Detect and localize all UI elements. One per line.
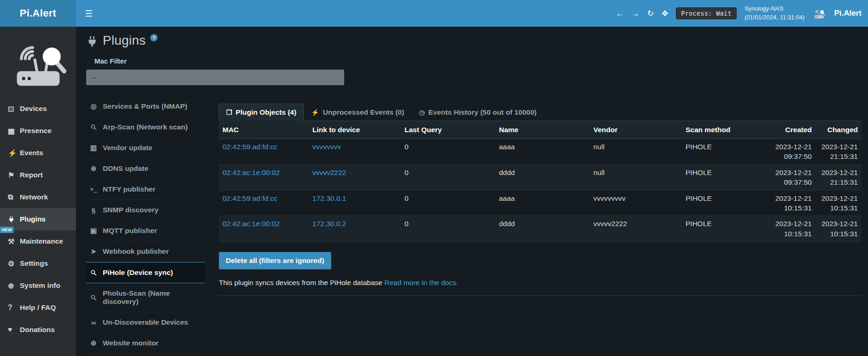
process-status-badge[interactable]: Process: Wait	[676, 7, 737, 19]
tab-plugin-objects[interactable]: ❒ Plugin Objects (4)	[219, 104, 304, 121]
column-header-last-query[interactable]: Last Query	[401, 121, 495, 139]
refresh-icon[interactable]: ↻	[647, 10, 654, 18]
bar-chart-icon: ▥	[89, 144, 98, 152]
plugin-nav-item-vendor-update[interactable]: ▥ Vendor update	[86, 138, 205, 158]
column-header-vendor[interactable]: Vendor	[590, 121, 682, 139]
sidebar-item-settings[interactable]: ⚙ Settings	[0, 252, 76, 274]
delete-all-button[interactable]: Delete all (filters are ignored)	[219, 252, 331, 269]
sidebar-item-label: Presence	[20, 127, 52, 135]
plug-icon	[8, 216, 20, 223]
back-icon[interactable]: ←	[616, 10, 624, 18]
plugin-nav-label: Webhook publisher	[103, 247, 169, 256]
sidebar-item-system-info[interactable]: ⊕ System info	[0, 274, 76, 297]
app-title: Pi.Alert	[834, 9, 862, 18]
tab-unprocessed-events[interactable]: ⚡ Unprocessed Events (0)	[304, 104, 411, 121]
last-query-cell: 0	[401, 216, 495, 242]
plugin-nav-label: NTFY publisher	[103, 185, 155, 193]
device-link[interactable]: vvvvvvvv	[312, 143, 341, 151]
tab-label: Plugin Objects (4)	[236, 108, 297, 117]
page-title: Plugins	[103, 33, 146, 48]
mac-link[interactable]: 02:42:59:ad:fd:cc	[223, 143, 277, 151]
sidebar-item-label: Report	[20, 171, 43, 179]
plugin-nav-item-undiscoverable-devices[interactable]: ∞ Un-Discoverable Devices	[86, 312, 205, 333]
heart-icon: ♥	[8, 326, 20, 334]
mac-cell: 02:42:59:ad:fd:cc	[219, 190, 309, 216]
mac-filter-label: Mac Filter	[94, 57, 862, 65]
sitemap-icon: ⧉	[8, 193, 20, 201]
column-header-created[interactable]: Created	[772, 121, 815, 139]
laptop-icon: ⊡	[8, 105, 20, 113]
forward-icon[interactable]: →	[632, 10, 639, 18]
bolt-icon: ⚡	[8, 149, 20, 158]
pialert-logo-icon	[812, 7, 826, 19]
column-header-mac[interactable]: MAC	[219, 121, 309, 139]
vendor-cell: null	[590, 139, 682, 165]
plugin-nav-label: Vendor update	[103, 144, 152, 152]
sidebar-item-report[interactable]: ⚑ Report	[0, 164, 76, 186]
column-header-link[interactable]: Link to device	[309, 121, 401, 139]
mac-filter-input[interactable]	[86, 70, 344, 85]
plugin-nav-item-snmp-discovery[interactable]: § SNMP discovery	[86, 200, 205, 221]
name-cell: dddd	[495, 164, 590, 190]
terminal-icon: >_	[89, 186, 98, 193]
plugin-nav-label: Pholus-Scan (Name discovery)	[103, 289, 202, 306]
plugin-nav-label: Un-Discoverable Devices	[103, 318, 188, 327]
sidebar-item-presence[interactable]: ▦ Presence	[0, 120, 76, 142]
sidebar-nav: ⊡ Devices ▦ Presence ⚡ Events ⚑ Report ⧉…	[0, 98, 76, 341]
topbar-main: ☰ ← → ↻ ✥ Process: Wait Synology-NAS (01…	[76, 0, 868, 27]
sidebar-item-donations[interactable]: ♥ Donations	[0, 319, 76, 341]
wrench-icon: ⚒	[8, 237, 20, 246]
vendor-cell: vvvvv2222	[590, 216, 682, 242]
plugin-nav-item-ddns-update[interactable]: ⊕ DDNS update	[86, 158, 205, 179]
move-icon[interactable]: ✥	[662, 10, 668, 18]
tab-events-history[interactable]: ◷ Events History (50 out of 10000)	[411, 104, 544, 121]
plugin-nav-item-arp-scan[interactable]: Arp-Scan (Network scan)	[86, 117, 205, 138]
brand-text: Pi.Alert	[20, 7, 56, 19]
changed-cell: 2023-12-21 21:15:31	[815, 139, 862, 165]
column-header-scan-method[interactable]: Scan method	[682, 121, 772, 139]
radar-icon: ◎	[89, 102, 98, 111]
sidebar-item-label: Help / FAQ	[20, 303, 56, 312]
plugin-nav-item-mqtt-publisher[interactable]: ▣ MQTT publisher	[86, 221, 205, 241]
plugin-nav-item-pholus-scan[interactable]: Pholus-Scan (Name discovery)	[86, 283, 205, 312]
plugin-nav-label: SNMP discovery	[103, 206, 158, 214]
scan-method-cell: PIHOLE	[682, 164, 772, 190]
table-header-row: MAC Link to device Last Query Name Vendo…	[219, 121, 862, 139]
sidebar-item-label: Devices	[20, 105, 47, 113]
last-query-cell: 0	[401, 190, 495, 216]
docs-link[interactable]: Read more in the docs.	[384, 279, 458, 286]
bolt-icon: ⚡	[311, 109, 319, 116]
plugin-nav-label: MQTT publisher	[103, 227, 157, 235]
binoculars-icon: ∞	[89, 319, 98, 327]
mac-link[interactable]: 02:42:59:ad:fd:cc	[223, 194, 277, 202]
scan-method-cell: PIHOLE	[682, 216, 772, 242]
sidebar-item-help-faq[interactable]: ? Help / FAQ	[0, 297, 76, 319]
sidebar-item-network[interactable]: ⧉ Network	[0, 186, 76, 208]
plugin-nav-item-services-ports[interactable]: ◎ Services & Ports (NMAP)	[86, 96, 205, 117]
flag-icon: ⚑	[8, 171, 20, 180]
sidebar-item-maintenance[interactable]: NEW ⚒ Maintenance	[0, 230, 76, 252]
help-badge[interactable]: ?	[150, 34, 158, 41]
tab-label: Unprocessed Events (0)	[323, 108, 405, 117]
sidebar-toggle-icon[interactable]: ☰	[76, 0, 101, 27]
sidebar-item-label: System info	[20, 281, 60, 290]
device-link[interactable]: vvvvv2222	[312, 169, 346, 176]
question-icon: ?	[8, 303, 20, 312]
device-link[interactable]: 172.30.0.2	[312, 220, 346, 228]
sidebar-item-devices[interactable]: ⊡ Devices	[0, 98, 76, 120]
brand[interactable]: Pi.Alert	[0, 0, 76, 27]
mac-link[interactable]: 02:42:ac:1e:00:02	[223, 220, 280, 228]
mac-link[interactable]: 02:42:ac:1e:00:02	[223, 169, 280, 176]
sidebar: ⊡ Devices ▦ Presence ⚡ Events ⚑ Report ⧉…	[0, 27, 76, 356]
column-header-name[interactable]: Name	[495, 121, 590, 139]
plugin-nav: ◎ Services & Ports (NMAP) Arp-Scan (Netw…	[86, 96, 205, 354]
column-header-changed[interactable]: Changed	[815, 121, 862, 139]
plugin-nav-item-pihole[interactable]: PiHole (Device sync)	[86, 262, 205, 283]
sidebar-item-events[interactable]: ⚡ Events	[0, 142, 76, 164]
device-link[interactable]: 172.30.0.1	[312, 194, 346, 202]
plugin-nav-item-ntfy-publisher[interactable]: >_ NTFY publisher	[86, 179, 205, 200]
created-cell: 2023-12-21 09:37:50	[772, 164, 815, 190]
plugin-nav-item-webhook-publisher[interactable]: ➤ Webhook publisher	[86, 241, 205, 262]
plugin-nav-item-website-monitor[interactable]: ⊕ Website monitor	[86, 333, 205, 354]
search-icon	[89, 269, 98, 276]
